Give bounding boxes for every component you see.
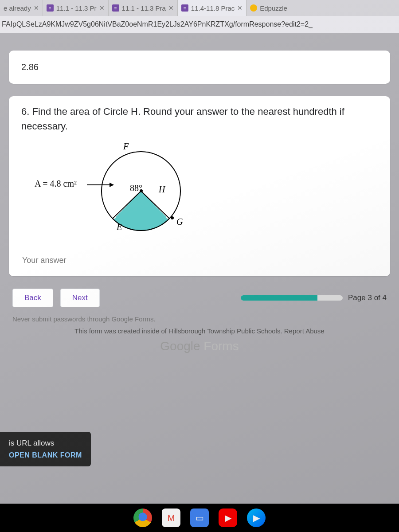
angle-label: 88° bbox=[130, 183, 142, 193]
tab-label: 11.1 - 11.3 Pr bbox=[56, 4, 97, 12]
tab-label: 11.4-11.8 Prac bbox=[191, 4, 235, 12]
edpuzzle-icon bbox=[250, 4, 257, 12]
label-g: G bbox=[176, 217, 183, 227]
password-disclaimer: Never submit passwords through Google Fo… bbox=[12, 315, 387, 323]
google-forms-icon: ≡ bbox=[47, 4, 54, 12]
progress-bar bbox=[241, 295, 343, 301]
label-f: F bbox=[123, 141, 129, 152]
footer-pre: This form was created inside of bbox=[74, 327, 168, 335]
area-label: A = 4.8 cm² bbox=[35, 179, 77, 189]
address-bar[interactable]: FAIpQLSeLzA9KMJw9ZV5g06NitVBaZ0oeNmR1Ey2… bbox=[0, 16, 399, 33]
answer-input[interactable] bbox=[21, 253, 190, 268]
g-point bbox=[171, 216, 174, 219]
progress-fill bbox=[241, 295, 317, 301]
tab-11-1-a[interactable]: ≡ 11.1 - 11.3 Pr ✕ bbox=[43, 0, 109, 16]
close-icon[interactable]: ✕ bbox=[237, 4, 243, 12]
nav-row: Back Next Page 3 of 4 bbox=[12, 289, 387, 307]
google-forms-icon: ≡ bbox=[181, 4, 188, 12]
docs-icon[interactable]: ▭ bbox=[190, 509, 209, 527]
form-content: 2.86 6. Find the area of Circle H. Round… bbox=[0, 33, 399, 353]
play-icon[interactable]: ▶ bbox=[247, 509, 266, 527]
label-e: E bbox=[117, 222, 122, 232]
progress-wrap: Page 3 of 4 bbox=[107, 293, 387, 302]
chrome-icon[interactable] bbox=[133, 509, 152, 527]
google-forms-icon: ≡ bbox=[112, 4, 119, 12]
report-abuse-link[interactable]: Report Abuse bbox=[284, 327, 325, 335]
tab-already[interactable]: e already ✕ bbox=[0, 0, 43, 16]
close-icon[interactable]: ✕ bbox=[168, 4, 174, 12]
back-button[interactable]: Back bbox=[12, 289, 53, 307]
question-text: 6. Find the area of Circle H. Round your… bbox=[21, 104, 378, 133]
next-button[interactable]: Next bbox=[60, 289, 100, 307]
tab-label: Edpuzzle bbox=[260, 4, 287, 12]
snackbar-message: is URL allows bbox=[9, 439, 82, 448]
tab-11-1-b[interactable]: ≡ 11.1 - 11.3 Pra ✕ bbox=[109, 0, 178, 16]
close-icon[interactable]: ✕ bbox=[99, 4, 105, 12]
tab-label: 11.1 - 11.3 Pra bbox=[122, 4, 166, 12]
footer-org: Hillsborough Township Public Schools. bbox=[168, 327, 282, 335]
browser-tabs: e already ✕ ≡ 11.1 - 11.3 Pr ✕ ≡ 11.1 - … bbox=[0, 0, 399, 16]
close-icon[interactable]: ✕ bbox=[34, 4, 39, 12]
open-blank-form-button[interactable]: OPEN BLANK FORM bbox=[9, 451, 82, 459]
circle-diagram: A = 4.8 cm² F E G H 88° bbox=[35, 142, 185, 240]
tab-edpuzzle[interactable]: Edpuzzle bbox=[246, 0, 291, 16]
taskbar: M ▭ ▶ ▶ bbox=[0, 504, 399, 532]
tab-label: e already bbox=[4, 4, 31, 12]
label-h: H bbox=[159, 184, 165, 195]
previous-answer-card: 2.86 bbox=[9, 51, 390, 84]
area-arrow bbox=[87, 184, 113, 185]
google-forms-logo[interactable]: Google Forms bbox=[0, 339, 399, 353]
gmail-icon[interactable]: M bbox=[162, 509, 180, 527]
url-text: FAIpQLSeLzA9KMJw9ZV5g06NitVBaZ0oeNmR1Ey2… bbox=[2, 20, 313, 28]
question-card: 6. Find the area of Circle H. Round your… bbox=[9, 96, 390, 276]
page-indicator: Page 3 of 4 bbox=[348, 293, 387, 302]
org-footer: This form was created inside of Hillsbor… bbox=[0, 327, 399, 335]
snackbar: is URL allows OPEN BLANK FORM bbox=[0, 432, 91, 466]
tab-11-4[interactable]: ≡ 11.4-11.8 Prac ✕ bbox=[178, 0, 246, 16]
previous-answer-value: 2.86 bbox=[21, 59, 378, 76]
youtube-icon[interactable]: ▶ bbox=[219, 509, 237, 527]
